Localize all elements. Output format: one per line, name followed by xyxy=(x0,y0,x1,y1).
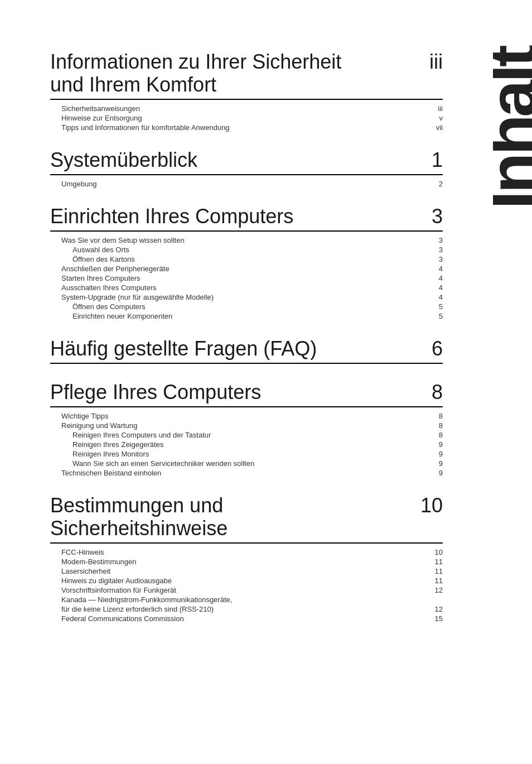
toc-entry-page: 12 xyxy=(426,605,443,613)
section-header-safety: Informationen zu Ihrer Sicherheit und Ih… xyxy=(50,50,443,100)
toc-entry: Federal Communications Commission15 xyxy=(50,614,443,623)
toc-entry: Sicherheitsanweisungeniii xyxy=(50,104,443,113)
page-container: Inhalt Informationen zu Ihrer Sicherheit… xyxy=(0,0,532,764)
toc-entry-label: Federal Communications Commission xyxy=(50,614,184,623)
toc-entry: Umgebung2 xyxy=(50,180,443,188)
toc-entry-page: iii xyxy=(426,104,443,113)
toc-entry-label: Auswahl des Orts xyxy=(50,246,129,254)
toc-entry-label: Vorschriftsinformation für Funkgerät xyxy=(50,586,176,594)
toc-entry: Öffnen des Kartons3 xyxy=(50,255,443,263)
toc-entry-page: 15 xyxy=(426,614,443,623)
toc-entry-label: Hinweis zu digitaler Audioausgabe xyxy=(50,576,172,585)
toc-entry-label: Tipps und Informationen für komfortable … xyxy=(50,123,230,132)
toc-entry-page: 4 xyxy=(426,284,443,292)
toc-entry: Anschließen der Peripheriegeräte4 xyxy=(50,265,443,273)
section-number-regulations: 10 xyxy=(409,494,443,517)
toc-entry-page: 8 xyxy=(426,431,443,439)
toc-entry: System-Upgrade (nur für ausgewählte Mode… xyxy=(50,293,443,301)
toc-entry-page: 11 xyxy=(426,558,443,566)
section-number-overview: 1 xyxy=(409,148,443,172)
toc-entry: Ausschalten Ihres Computers4 xyxy=(50,284,443,292)
toc-entry-page: 4 xyxy=(426,265,443,273)
toc-entry-label: Starten Ihres Computers xyxy=(50,274,141,282)
toc-entry-page: 9 xyxy=(426,450,443,458)
toc-entry-label: Lasersicherheit xyxy=(50,567,110,575)
toc-entry-label: FCC-Hinweis xyxy=(50,548,104,556)
toc-entry: Einrichten neuer Komponenten5 xyxy=(50,312,443,320)
toc-entry-label: Reinigen Ihres Monitors xyxy=(50,450,149,458)
toc-entry-label: Wann Sie sich an einen Servicetechniker … xyxy=(50,459,254,468)
section-title-faq: Häufig gestellte Fragen (FAQ) xyxy=(50,337,374,360)
toc-entry-page: vii xyxy=(426,123,443,132)
toc-entry-page: 4 xyxy=(426,293,443,301)
toc-entry-page: 8 xyxy=(426,421,443,430)
toc-entry-page: 3 xyxy=(426,255,443,263)
toc-entry: Lasersicherheit11 xyxy=(50,567,443,575)
toc-entry: Auswahl des Orts3 xyxy=(50,246,443,254)
toc-entry-label: Reinigung und Wartung xyxy=(50,421,137,430)
toc-entry: Kanada — Niedrigstrom-Funkkommunikations… xyxy=(50,595,443,604)
toc-entry-page: 5 xyxy=(426,312,443,320)
toc-entry-label: Sicherheitsanweisungen xyxy=(50,104,140,113)
toc-content: Informationen zu Ihrer Sicherheit und Ih… xyxy=(50,50,443,623)
section-number-care: 8 xyxy=(409,381,443,404)
toc-entry-label: Wichtige Tipps xyxy=(50,412,109,420)
toc-entry-label: für die keine Lizenz erforderlich sind (… xyxy=(50,605,214,613)
toc-entry-label: Öffnen des Computers xyxy=(50,302,146,311)
toc-entry: Modem-Bestimmungen11 xyxy=(50,558,443,566)
toc-entry-page: 9 xyxy=(426,440,443,449)
toc-entry-page: 3 xyxy=(426,246,443,254)
toc-entry: Wichtige Tipps8 xyxy=(50,412,443,420)
section-header-overview: Systemüberblick1 xyxy=(50,148,443,175)
section-number-faq: 6 xyxy=(409,337,443,361)
toc-entry-label: Umgebung xyxy=(50,180,97,188)
toc-entry: Was Sie vor dem Setup wissen sollten3 xyxy=(50,236,443,244)
toc-entry: Öffnen des Computers5 xyxy=(50,302,443,311)
toc-entry-page: 9 xyxy=(426,469,443,477)
section-title-care: Pflege Ihres Computers xyxy=(50,381,374,403)
toc-entry: Reinigung und Wartung8 xyxy=(50,421,443,430)
side-label: Inhalt xyxy=(493,22,532,234)
section-header-setup: Einrichten Ihres Computers3 xyxy=(50,205,443,232)
toc-entry: Technischen Beistand einholen9 xyxy=(50,469,443,477)
toc-entry-label: Anschließen der Peripheriegeräte xyxy=(50,265,170,273)
toc-entry-page: 11 xyxy=(426,567,443,575)
side-label-text: Inhalt xyxy=(493,47,532,209)
section-header-regulations: Bestimmungen und Sicherheitshinweise10 xyxy=(50,494,443,544)
toc-entry-label: Kanada — Niedrigstrom-Funkkommunikations… xyxy=(50,595,232,604)
toc-entry: Starten Ihres Computers4 xyxy=(50,274,443,282)
toc-entry-label: Ausschalten Ihres Computers xyxy=(50,284,157,292)
section-number-safety: iii xyxy=(409,50,443,74)
section-title-regulations: Bestimmungen und Sicherheitshinweise xyxy=(50,494,374,540)
toc-entries-safety: SicherheitsanweisungeniiiHinweise zur En… xyxy=(50,104,443,132)
section-header-faq: Häufig gestellte Fragen (FAQ)6 xyxy=(50,337,443,364)
toc-entry-page: 2 xyxy=(426,180,443,188)
toc-entry: Vorschriftsinformation für Funkgerät12 xyxy=(50,586,443,594)
toc-entry-label: Technischen Beistand einholen xyxy=(50,469,161,477)
toc-entry: Tipps und Informationen für komfortable … xyxy=(50,123,443,132)
toc-entry-page: 10 xyxy=(426,548,443,556)
toc-entries-regulations: FCC-Hinweis10Modem-Bestimmungen11Lasersi… xyxy=(50,548,443,623)
toc-entry-label: Modem-Bestimmungen xyxy=(50,558,136,566)
toc-entry-label: Reinigen Ihres Zeigegerätes xyxy=(50,440,163,449)
toc-entry-page: v xyxy=(426,114,443,122)
toc-entry-page: 11 xyxy=(426,576,443,585)
toc-entry: Wann Sie sich an einen Servicetechniker … xyxy=(50,459,443,468)
toc-entry: für die keine Lizenz erforderlich sind (… xyxy=(50,605,443,613)
toc-entries-setup: Was Sie vor dem Setup wissen sollten3Aus… xyxy=(50,236,443,320)
toc-entries-care: Wichtige Tipps8Reinigung und Wartung8Rei… xyxy=(50,412,443,477)
toc-entry-label: Hinweise zur Entsorgung xyxy=(50,114,142,122)
toc-entry-page: 3 xyxy=(426,236,443,244)
toc-entry-label: Öffnen des Kartons xyxy=(50,255,135,263)
section-title-setup: Einrichten Ihres Computers xyxy=(50,205,374,228)
toc-entry: Reinigen Ihres Monitors9 xyxy=(50,450,443,458)
section-title-overview: Systemüberblick xyxy=(50,148,374,171)
toc-entry-page: 5 xyxy=(426,302,443,311)
toc-entry-page: 9 xyxy=(426,459,443,468)
toc-entry: Hinweis zu digitaler Audioausgabe11 xyxy=(50,576,443,585)
toc-entry-page: 12 xyxy=(426,586,443,594)
section-header-care: Pflege Ihres Computers8 xyxy=(50,381,443,407)
toc-entry: Reinigen Ihres Zeigegerätes9 xyxy=(50,440,443,449)
toc-entry-label: System-Upgrade (nur für ausgewählte Mode… xyxy=(50,293,214,301)
toc-entry-label: Reinigen Ihres Computers und der Tastatu… xyxy=(50,431,211,439)
